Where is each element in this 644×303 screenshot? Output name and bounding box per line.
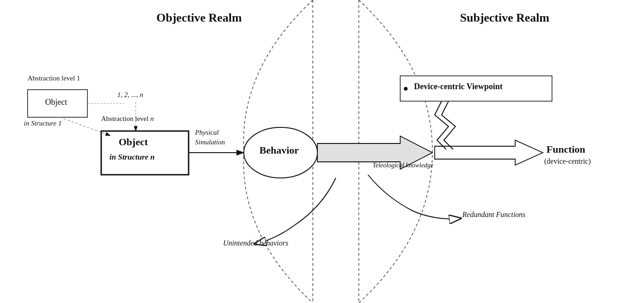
redundant-functions-label: Redundant Functions <box>462 211 525 219</box>
behavior-label: Behavior <box>259 144 299 156</box>
abstraction-levels-label: 1, 2, ..., n <box>117 91 143 99</box>
object-box2-label: Object <box>119 136 148 148</box>
subjective-realm-label: Subjective Realm <box>460 11 549 25</box>
svg-marker-15 <box>435 140 543 165</box>
device-centric-label: Device-centric Viewpoint <box>414 82 502 91</box>
object-box2-sub: in Structure n <box>109 153 155 162</box>
abstraction-level-1-label: Abstraction level 1 <box>28 74 80 82</box>
diagram: Objective Realm Subjective Realm Abstrac… <box>0 0 644 303</box>
object-box1-sub: in Structure 1 <box>24 120 62 127</box>
unintended-behaviors-label: Unintended behaviors <box>223 239 288 247</box>
objective-realm-label: Objective Realm <box>156 11 242 25</box>
function-label: Function <box>546 143 585 155</box>
teleological-label: Teleological knowledge <box>373 162 433 169</box>
physical-simulation-label: PhysicalSimulation <box>195 128 225 147</box>
function-sub-label: (device-centric) <box>544 157 591 166</box>
object-box1-label: Object <box>45 97 67 107</box>
abstraction-level-n-label: Abstraction level n <box>101 115 154 123</box>
svg-point-16 <box>404 87 408 91</box>
